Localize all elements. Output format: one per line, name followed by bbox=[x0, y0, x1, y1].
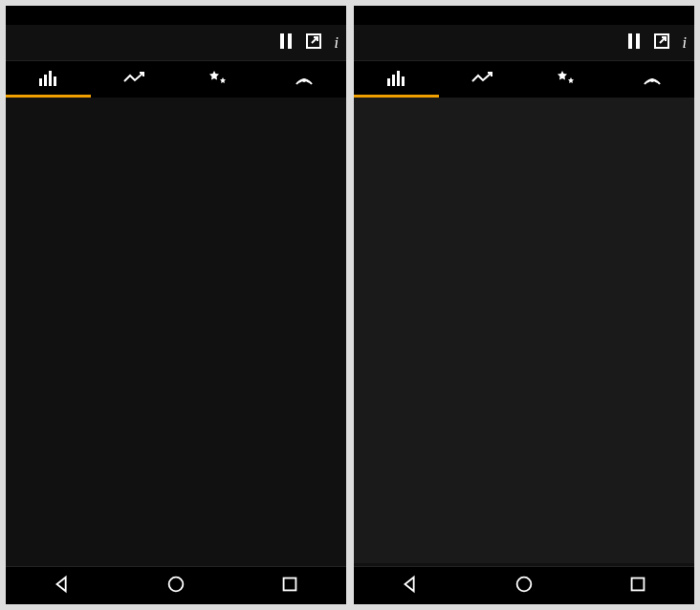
status-bar bbox=[6, 6, 346, 25]
svg-rect-16 bbox=[402, 76, 405, 86]
tab-access-points[interactable] bbox=[261, 61, 346, 98]
nav-bar bbox=[354, 566, 694, 604]
svg-rect-3 bbox=[39, 78, 42, 86]
tab-rating[interactable] bbox=[524, 61, 609, 98]
nav-back[interactable] bbox=[400, 574, 421, 599]
channel-graph[interactable] bbox=[354, 98, 694, 566]
svg-rect-13 bbox=[387, 78, 390, 86]
svg-rect-14 bbox=[392, 75, 395, 86]
nav-home[interactable] bbox=[514, 574, 535, 599]
info-icon[interactable]: i bbox=[683, 34, 687, 52]
svg-rect-10 bbox=[628, 33, 632, 49]
phone-left: i bbox=[6, 6, 346, 604]
svg-rect-11 bbox=[636, 33, 640, 49]
tab-bar bbox=[354, 61, 694, 98]
svg-rect-1 bbox=[288, 33, 292, 49]
svg-point-18 bbox=[517, 577, 532, 591]
svg-rect-5 bbox=[49, 71, 52, 86]
svg-rect-15 bbox=[397, 71, 400, 86]
svg-rect-19 bbox=[631, 577, 644, 590]
svg-rect-6 bbox=[54, 76, 56, 86]
phone-right: i bbox=[354, 6, 694, 604]
svg-rect-9 bbox=[283, 577, 295, 590]
ap-list[interactable] bbox=[6, 98, 346, 566]
status-bar bbox=[354, 6, 694, 25]
nav-home[interactable] bbox=[165, 574, 186, 599]
tab-rating[interactable] bbox=[176, 61, 261, 98]
svg-rect-0 bbox=[280, 33, 284, 49]
nav-bar bbox=[6, 566, 346, 604]
export-icon[interactable] bbox=[654, 33, 669, 53]
tab-bar bbox=[6, 61, 346, 98]
app-bar: i bbox=[6, 25, 346, 61]
tab-access-points[interactable] bbox=[609, 61, 694, 98]
nav-recent[interactable] bbox=[279, 574, 300, 599]
tab-bar-chart[interactable] bbox=[354, 61, 439, 98]
svg-rect-4 bbox=[44, 75, 47, 86]
tab-time-graph[interactable] bbox=[91, 61, 176, 98]
nav-recent[interactable] bbox=[627, 574, 648, 599]
app-bar: i bbox=[354, 25, 694, 61]
svg-point-8 bbox=[169, 577, 184, 591]
pause-icon[interactable] bbox=[279, 33, 293, 53]
tab-bar-chart[interactable] bbox=[6, 61, 91, 98]
info-icon[interactable]: i bbox=[335, 34, 339, 52]
export-icon[interactable] bbox=[306, 33, 321, 53]
tab-time-graph[interactable] bbox=[439, 61, 524, 98]
pause-icon[interactable] bbox=[627, 33, 641, 53]
nav-back[interactable] bbox=[52, 574, 73, 599]
